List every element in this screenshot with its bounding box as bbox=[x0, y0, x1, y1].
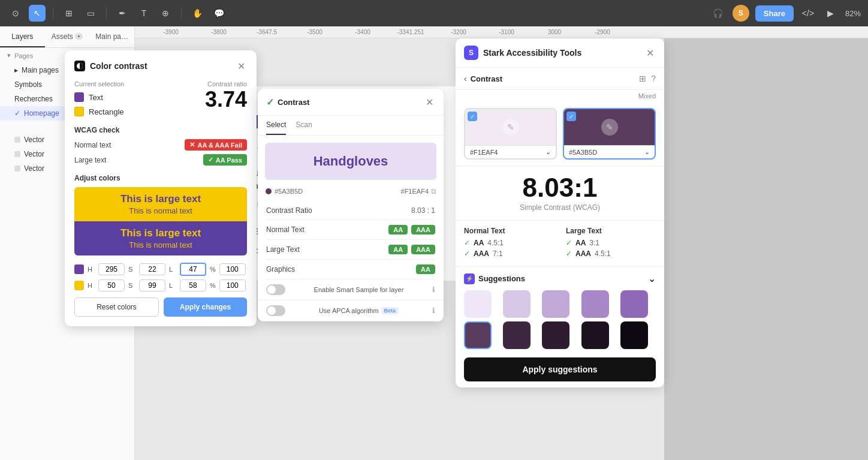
contrast-ratio-value: 3.74 bbox=[205, 89, 247, 110]
stark-back-label: Contrast bbox=[471, 74, 636, 83]
suggestion-light-1[interactable] bbox=[464, 290, 492, 318]
smart-sample-info-icon[interactable]: ℹ bbox=[432, 285, 435, 294]
popup-tab-select[interactable]: Select bbox=[266, 121, 286, 135]
current-selection: Current selection Text Rectangle Contras… bbox=[74, 80, 247, 116]
cursor-icon[interactable]: ↖ bbox=[29, 5, 46, 22]
avatar[interactable]: S bbox=[733, 5, 749, 22]
suggestion-dark-5[interactable] bbox=[620, 321, 648, 349]
text-icon[interactable]: T bbox=[135, 5, 152, 22]
hsl-l-input-1[interactable] bbox=[180, 263, 206, 276]
color-dot-icon-1 bbox=[265, 188, 272, 195]
color-indicator-1: #5A3B5D bbox=[265, 188, 303, 195]
hsl-percent-2: % bbox=[210, 282, 216, 289]
headphone-icon[interactable]: 🎧 bbox=[710, 5, 727, 22]
suggestion-dark-2[interactable] bbox=[503, 321, 531, 349]
contrast-ratio-value: 8.03 : 1 bbox=[411, 206, 435, 215]
popup-tab-scan[interactable]: Scan bbox=[296, 121, 312, 135]
wcag-row-normal: Normal text ✕ AA & AAA Fail bbox=[74, 139, 247, 151]
tab-mainpa[interactable]: Main pa… bbox=[89, 26, 134, 47]
text-color-swatch bbox=[74, 92, 84, 102]
selection-text-label: Text bbox=[89, 93, 103, 102]
color-picker-input-dark: #5A3B5D ⌄ bbox=[564, 145, 655, 158]
apply-changes-button[interactable]: Apply changes bbox=[164, 297, 247, 317]
suggestion-dark-1[interactable] bbox=[464, 321, 492, 349]
smart-sample-toggle[interactable] bbox=[266, 284, 285, 295]
suggestion-light-3[interactable] bbox=[542, 290, 569, 318]
suggestion-dark-4[interactable] bbox=[581, 321, 609, 349]
stark-wcag-row-aa-normal: ✓ AA 4.5:1 bbox=[464, 239, 554, 247]
check-icon-aaa-large: ✓ bbox=[566, 249, 572, 258]
copy-icon[interactable]: ⧉ bbox=[431, 187, 436, 196]
hsl-h-input-1[interactable] bbox=[98, 263, 125, 275]
hand-icon[interactable]: ✋ bbox=[189, 5, 206, 22]
hsl-opacity-1[interactable] bbox=[219, 263, 246, 275]
rectangle-icon[interactable]: ▭ bbox=[82, 5, 99, 22]
reset-colors-button[interactable]: Reset colors bbox=[74, 297, 159, 317]
suggestion-light-2[interactable] bbox=[503, 290, 531, 318]
stark-suggestions: ⚡ Suggestions ⌄ Apply suggestions bbox=[456, 267, 664, 387]
eyedropper-icon-dark: ✎ bbox=[601, 119, 618, 136]
check-icon-aa-large: ✓ bbox=[566, 239, 572, 247]
stark-wcag: Normal Text ✓ AA 4.5:1 ✓ AAA 7:1 Large T… bbox=[456, 221, 664, 267]
chevron-down-icon-light[interactable]: ⌄ bbox=[545, 148, 551, 156]
home-icon[interactable]: ⊙ bbox=[7, 5, 24, 22]
frame-icon[interactable]: ⊞ bbox=[61, 5, 77, 22]
play-icon[interactable]: ▶ bbox=[822, 5, 839, 22]
vector-label1: Vector bbox=[24, 136, 44, 144]
hsl-opacity-2[interactable] bbox=[219, 279, 246, 291]
popup-stat-normal: Normal Text AA AAA bbox=[266, 220, 435, 240]
suggestion-light-4[interactable] bbox=[581, 290, 609, 318]
settings-icon[interactable]: ⊞ bbox=[639, 74, 646, 83]
tab-layers-label: Layers bbox=[11, 32, 33, 41]
contrast-ratio-display: Contrast ratio 3.74 bbox=[205, 80, 247, 110]
apca-info-icon[interactable]: ℹ bbox=[432, 306, 435, 315]
suggestions-header: ⚡ Suggestions ⌄ bbox=[464, 273, 656, 284]
hsl-h-input-2[interactable] bbox=[98, 279, 125, 291]
level-aaa-normal: AAA bbox=[474, 249, 489, 258]
graphics-badges: AA bbox=[416, 264, 435, 274]
tab-assets[interactable]: Assets • bbox=[45, 26, 90, 47]
hsl-l-input-2[interactable] bbox=[180, 279, 206, 291]
pen-icon[interactable]: ✒ bbox=[114, 5, 131, 22]
component-icon[interactable]: ⊕ bbox=[157, 5, 174, 22]
apply-suggestions-button[interactable]: Apply suggestions bbox=[464, 357, 656, 381]
suggestions-chevron-icon[interactable]: ⌄ bbox=[648, 273, 656, 284]
wcag-title: WCAG check bbox=[74, 126, 247, 134]
popup-close-button[interactable]: ✕ bbox=[423, 96, 435, 108]
normal-text-badges: AA AAA bbox=[388, 225, 435, 234]
panel-close-button[interactable]: ✕ bbox=[235, 60, 247, 72]
vector-dot1 bbox=[14, 137, 20, 143]
share-button[interactable]: Share bbox=[755, 5, 794, 22]
selection-rectangle-label: Rectangle bbox=[89, 107, 124, 116]
dark-swatch: ✓ ✎ bbox=[564, 109, 655, 145]
stark-close-button[interactable]: ✕ bbox=[644, 47, 656, 59]
stark-back-icons: ⊞ ? bbox=[639, 74, 656, 83]
suggestion-dark-3[interactable] bbox=[542, 321, 569, 349]
help-icon[interactable]: ? bbox=[651, 74, 656, 83]
hsl-s-input-2[interactable] bbox=[139, 279, 165, 291]
back-arrow-icon[interactable]: ‹ bbox=[464, 74, 467, 83]
h-label-1: H bbox=[88, 266, 95, 273]
ratio-aa-normal: 4.5:1 bbox=[487, 239, 504, 247]
tab-layers[interactable]: Layers bbox=[0, 26, 45, 47]
apca-toggle[interactable] bbox=[266, 305, 285, 316]
separator3 bbox=[181, 7, 182, 19]
wcag-row-large: Large text ✓ AA Pass bbox=[74, 154, 247, 166]
wcag-section: WCAG check Normal text ✕ AA & AAA Fail L… bbox=[74, 126, 247, 166]
chevron-down-icon-dark[interactable]: ⌄ bbox=[644, 148, 650, 156]
sidebar-recherches-label: Recherches bbox=[14, 95, 53, 103]
suggestions-title: ⚡ Suggestions bbox=[464, 273, 525, 284]
zoom-label[interactable]: 82% bbox=[845, 9, 861, 18]
ratio-aaa-normal: 7:1 bbox=[493, 249, 503, 258]
suggestion-light-5[interactable] bbox=[620, 290, 648, 318]
selection-label: Current selection Text Rectangle bbox=[74, 80, 124, 116]
panel-title-text: Color contrast bbox=[90, 61, 147, 71]
color-picker-dark[interactable]: ✓ ✎ #5A3B5D ⌄ bbox=[563, 108, 656, 160]
ruler-mark: -3800 bbox=[195, 29, 243, 35]
color-picker-light[interactable]: ✓ ✎ #F1EAF4 ⌄ bbox=[464, 108, 557, 160]
hsl-swatch-1 bbox=[74, 264, 84, 274]
code-icon[interactable]: </> bbox=[800, 5, 816, 22]
popup-check-icon: ✓ bbox=[266, 97, 274, 108]
comment-icon[interactable]: 💬 bbox=[210, 5, 227, 22]
hsl-s-input-1[interactable] bbox=[139, 263, 165, 275]
